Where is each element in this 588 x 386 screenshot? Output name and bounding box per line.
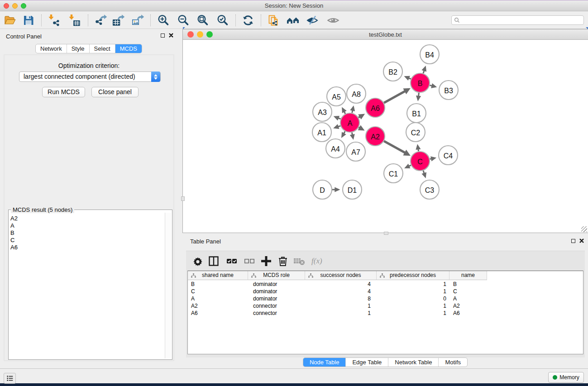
graph-node-A8[interactable]: A8 <box>347 84 366 103</box>
table-cell[interactable]: 1 <box>443 288 446 295</box>
memory-button[interactable]: Memory <box>548 372 584 383</box>
window-resize-grip[interactable] <box>581 226 587 232</box>
graph-node-D1[interactable]: D1 <box>343 180 362 199</box>
table-cell[interactable]: dominator <box>253 288 277 295</box>
tab-network[interactable]: Network <box>36 44 67 53</box>
column-header-successor-nodes[interactable]: successor nodes <box>305 271 377 280</box>
graph-node-A6[interactable]: A6 <box>366 98 385 117</box>
graph-node-A7[interactable]: A7 <box>346 142 365 161</box>
result-scrollbar[interactable] <box>165 213 171 358</box>
table-cell[interactable]: A6 <box>453 310 460 317</box>
table-cell[interactable]: connector <box>253 310 277 317</box>
tab-mcds[interactable]: MCDS <box>115 44 142 53</box>
table-cell[interactable]: 8 <box>368 295 371 302</box>
network-window-titlebar[interactable]: testGlobe.txt <box>183 29 588 40</box>
table-cell[interactable]: dominator <box>253 281 277 288</box>
zoom-selected-icon[interactable] <box>216 14 229 27</box>
refresh-icon[interactable] <box>242 14 254 27</box>
tab-network-table[interactable]: Network Table <box>388 358 439 367</box>
graph-node-B4[interactable]: B4 <box>420 45 439 64</box>
zoom-fit-icon[interactable] <box>196 14 209 27</box>
task-history-button[interactable] <box>4 373 16 384</box>
graph-node-A4[interactable]: A4 <box>326 139 345 158</box>
graph-node-B3[interactable]: B3 <box>439 81 458 100</box>
graph-node-C2[interactable]: C2 <box>406 123 425 142</box>
graph-node-C[interactable]: C <box>411 152 430 171</box>
graph-node-C1[interactable]: C1 <box>384 164 403 183</box>
vertical-scroll-stub[interactable] <box>181 196 185 201</box>
table-cell[interactable]: A2 <box>191 302 198 310</box>
float-panel-icon[interactable] <box>161 33 165 38</box>
settings-icon[interactable] <box>191 255 204 267</box>
trash-icon[interactable] <box>277 255 289 267</box>
import-table-icon[interactable] <box>68 14 81 27</box>
graph-node-A[interactable]: A <box>340 113 359 132</box>
table-cell[interactable]: A <box>191 295 195 302</box>
table-cell[interactable]: B <box>191 281 195 288</box>
graph-node-B1[interactable]: B1 <box>407 104 426 123</box>
graph-node-B2[interactable]: B2 <box>383 62 402 81</box>
zoom-in-icon[interactable] <box>157 14 170 27</box>
tab-motifs[interactable]: Motifs <box>439 358 467 367</box>
table-cell[interactable]: A6 <box>191 310 198 317</box>
close-panel-icon[interactable] <box>169 33 173 38</box>
column-header-MCDS-role[interactable]: MCDS role <box>248 271 305 280</box>
graph-node-B[interactable]: B <box>411 73 430 92</box>
mcds-result-item[interactable]: A2 <box>9 215 18 222</box>
column-header-shared-name[interactable]: shared name <box>188 271 248 280</box>
table-cell[interactable]: dominator <box>253 295 277 302</box>
mcds-result-item[interactable]: C <box>9 237 18 244</box>
graph-node-C4[interactable]: C4 <box>439 146 458 165</box>
table-cell[interactable]: 1 <box>443 310 446 317</box>
table-close-panel-icon[interactable] <box>579 238 584 243</box>
net-zoom-button[interactable] <box>206 31 213 38</box>
search-input[interactable] <box>451 15 584 25</box>
table-cell[interactable]: A2 <box>453 302 460 310</box>
open-file-icon[interactable] <box>4 14 16 27</box>
export-table-icon[interactable] <box>112 14 124 27</box>
toggle-visibility-icon[interactable] <box>306 14 319 27</box>
run-mcds-button[interactable]: Run MCDS <box>42 87 85 97</box>
network-canvas[interactable]: AA1A2A3A4A5A6A7A8BB1B2B3B4CC1C2C3C4DD1 <box>183 40 588 233</box>
table-cell[interactable]: 1 <box>443 302 446 310</box>
tab-node-table[interactable]: Node Table <box>303 358 346 367</box>
column-header-name[interactable]: name <box>449 271 487 280</box>
column-header-predecessor-nodes[interactable]: predecessor nodes <box>377 271 449 280</box>
graph-node-D[interactable]: D <box>313 180 332 199</box>
deselect-all-icon[interactable] <box>243 255 256 267</box>
table-cell[interactable]: B <box>453 281 457 288</box>
birdseye-view-icon[interactable] <box>327 14 339 27</box>
zoom-window-button[interactable] <box>21 3 26 9</box>
table-cell[interactable]: 1 <box>368 302 371 310</box>
mcds-result-item[interactable]: A <box>9 222 18 229</box>
zoom-out-icon[interactable] <box>177 14 190 27</box>
tab-style[interactable]: Style <box>67 44 90 53</box>
table-float-panel-icon[interactable] <box>571 239 575 243</box>
graph-node-A2[interactable]: A2 <box>366 127 385 146</box>
tab-edge-table[interactable]: Edge Table <box>346 358 388 367</box>
table-cell[interactable]: 4 <box>368 281 371 288</box>
split-view-icon[interactable] <box>207 255 220 267</box>
export-network-icon[interactable] <box>94 14 107 27</box>
net-close-button[interactable] <box>187 31 194 38</box>
table-cell[interactable]: 0 <box>443 295 446 302</box>
table-cell[interactable]: A <box>453 295 457 302</box>
net-minimize-button[interactable] <box>197 31 203 38</box>
graph-node-A5[interactable]: A5 <box>327 87 346 106</box>
table-cell[interactable]: C <box>191 288 195 295</box>
export-image-icon[interactable] <box>131 14 144 27</box>
close-panel-button[interactable]: Close panel <box>91 87 139 97</box>
table-cell[interactable]: connector <box>253 302 277 310</box>
import-network-icon[interactable] <box>48 14 61 27</box>
graph-node-A3[interactable]: A3 <box>313 102 332 121</box>
save-session-icon[interactable] <box>22 14 35 27</box>
table-cell[interactable]: 1 <box>368 310 371 317</box>
show-all-panels-icon[interactable] <box>287 14 299 27</box>
graph-node-C3[interactable]: C3 <box>420 180 439 199</box>
table-cell[interactable]: 1 <box>443 281 446 288</box>
close-window-button[interactable] <box>4 3 9 9</box>
graph-node-A1[interactable]: A1 <box>312 123 331 142</box>
add-icon[interactable] <box>260 255 272 267</box>
table-cell[interactable]: 4 <box>368 288 371 295</box>
node-table[interactable]: shared nameMCDS rolesuccessor nodesprede… <box>187 271 583 354</box>
